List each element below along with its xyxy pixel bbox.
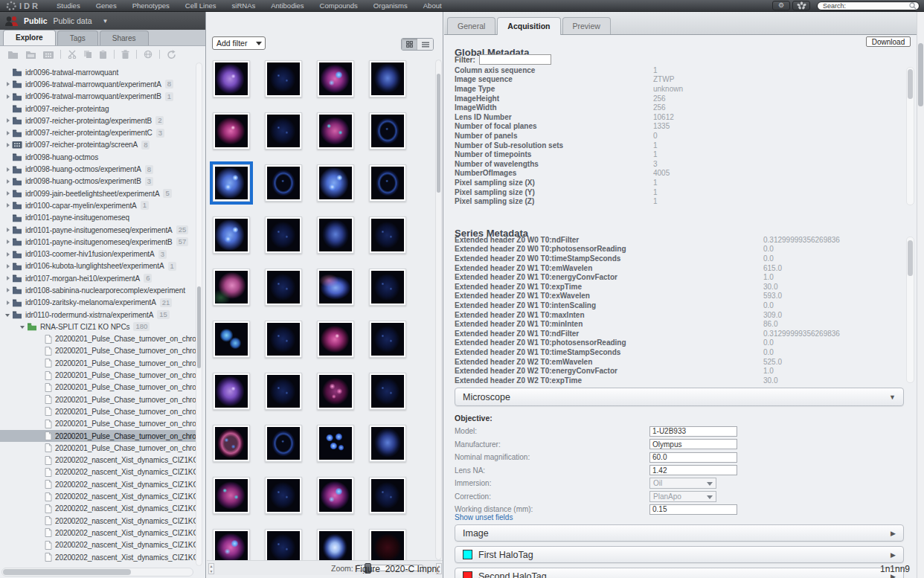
tree-item-image[interactable]: 20200201_Pulse_Chase_turnover_on_chrom — [0, 405, 196, 417]
tree-item-project[interactable]: idr0100-capar-myelin/experimentA1 — [0, 199, 196, 211]
tree-item-image[interactable]: 20200201_Pulse_Chase_turnover_on_chrom — [0, 345, 196, 357]
tree-item-project[interactable]: idr0097-reicher-proteintag/experimentB2 — [0, 115, 196, 126]
scrollbar-thumb[interactable] — [437, 74, 440, 193]
expand-arrow-icon[interactable] — [4, 260, 12, 272]
thumbnail[interactable] — [213, 269, 250, 306]
expand-arrow-icon[interactable] — [4, 224, 12, 236]
delete-icon[interactable] — [121, 50, 129, 59]
thumbnail[interactable] — [265, 269, 302, 306]
field-input[interactable] — [649, 439, 737, 449]
tree-horizontal-scrollbar[interactable] — [1, 568, 193, 577]
tab-preview[interactable]: Preview — [562, 17, 611, 34]
scrollbar-thumb[interactable] — [908, 69, 913, 99]
thumbnail[interactable] — [317, 373, 354, 410]
nav-item-genes[interactable]: Genes — [96, 1, 117, 10]
tree-item-project[interactable]: idr0097-reicher-proteintag/experimentC3 — [0, 126, 196, 138]
thumbnail[interactable] — [265, 529, 302, 560]
thumbnail[interactable] — [265, 373, 302, 410]
expand-arrow-icon[interactable] — [4, 115, 12, 126]
refresh-icon[interactable] — [167, 50, 176, 60]
thumbnail[interactable] — [317, 216, 354, 254]
tree-item-project[interactable]: idr0096-tratwal-marrowquant — [0, 66, 196, 78]
tree-item-project[interactable]: idr0107-morgan-hei10/experimentA6 — [0, 272, 196, 284]
paste-icon[interactable] — [99, 50, 107, 59]
expand-arrow-icon[interactable] — [4, 176, 12, 187]
thumbnail[interactable] — [317, 425, 354, 462]
accordion-image[interactable]: Image▶ — [455, 524, 904, 542]
accordion-microscope[interactable]: Microscope ▼ — [455, 388, 904, 406]
scrollbar-thumb[interactable] — [197, 286, 201, 368]
new-dataset-icon[interactable] — [25, 50, 36, 59]
tree-item-project[interactable]: idr0101-payne-insitugenomeseq/experiment… — [0, 236, 196, 248]
thumbnails-scrollbar[interactable] — [435, 60, 442, 560]
tab-acquisition[interactable]: Acquisition — [497, 17, 560, 35]
nav-item-organisms[interactable]: Organisms — [373, 1, 408, 10]
thumbnail[interactable] — [317, 60, 354, 97]
thumbnail[interactable] — [213, 112, 250, 150]
nav-item-about[interactable]: About — [423, 1, 442, 10]
tree-item-project[interactable]: idr0101-payne-insitugenomeseq/experiment… — [0, 224, 196, 236]
tree-item-image[interactable]: 20200202_nascent_Xist_dynamics_CIZ1KO — [0, 527, 196, 539]
tree-item-project[interactable]: idr0103-coomer-hiv1fusion/experimentA3 — [0, 248, 196, 260]
thumbnail[interactable] — [265, 60, 302, 97]
nav-item-antibodies[interactable]: Antibodies — [271, 1, 304, 10]
thumbnail[interactable] — [213, 373, 250, 410]
thumbnail[interactable] — [369, 269, 406, 306]
copy-icon[interactable] — [83, 50, 92, 59]
tree-item-image[interactable]: 20200202_nascent_Xist_dynamics_CIZ1KO — [0, 490, 196, 502]
new-screen-icon[interactable] — [43, 51, 54, 59]
tree-item-image[interactable]: 20200202_nascent_Xist_dynamics_CIZ1KO — [0, 455, 196, 466]
user-dropdown-caret-icon[interactable]: ▼ — [102, 18, 108, 25]
tree-item-image[interactable]: 20200201_Pulse_Chase_turnover_on_chrom — [0, 430, 196, 442]
thumbnail[interactable] — [213, 425, 250, 462]
grid-view-button[interactable] — [402, 39, 417, 50]
expand-arrow-icon[interactable] — [4, 78, 12, 90]
thumbnail-selected[interactable] — [213, 164, 250, 202]
tree-item-image[interactable]: 20200201_Pulse_Chase_turnover_on_chrom — [0, 357, 196, 369]
field-input[interactable] — [649, 465, 737, 475]
thumbnail[interactable] — [317, 529, 354, 560]
thumbnail[interactable] — [213, 60, 250, 97]
thumbnail[interactable] — [317, 269, 354, 306]
collapse-arrow-icon[interactable] — [19, 321, 27, 333]
field-input[interactable] — [649, 504, 737, 515]
thumbnail[interactable] — [369, 216, 406, 254]
field-input[interactable] — [649, 452, 737, 463]
tree-item-image[interactable]: 20200202_nascent_Xist_dynamics_CIZ1KO — [0, 466, 196, 478]
search-input[interactable] — [817, 1, 920, 10]
tree-item-project[interactable]: idr0101-payne-insitugenomeseq — [0, 212, 196, 224]
idr-logo[interactable]: IDR — [6, 1, 40, 10]
thumbnail[interactable] — [369, 529, 406, 560]
thumbnail[interactable] — [213, 477, 250, 514]
tab-general[interactable]: General — [447, 17, 495, 34]
tree-vertical-scrollbar[interactable] — [196, 62, 202, 566]
tree-item-image[interactable]: 20200201_Pulse_Chase_turnover_on_chrom — [0, 442, 196, 454]
show-unset-fields-link[interactable]: Show unset fields — [455, 513, 513, 521]
thumbnail[interactable] — [317, 112, 354, 150]
tree-item-project[interactable]: idr0106-kubota-lunglightsheet/experiment… — [0, 260, 196, 272]
link-icon[interactable] — [144, 50, 153, 59]
add-filter-select[interactable]: Add filter — [212, 36, 266, 50]
expand-arrow-icon[interactable] — [4, 127, 12, 139]
nav-item-cell-lines[interactable]: Cell Lines — [185, 1, 216, 10]
tree-item-project[interactable]: idr0110-rodermund-xistrna/experimentA15 — [0, 309, 196, 321]
tree-item-dataset[interactable]: RNA-SPLIT CIZ1 KO NPCs180 — [0, 321, 196, 333]
thumbnail[interactable] — [265, 321, 302, 358]
thumbnail[interactable] — [265, 425, 302, 462]
scrollbar-thumb[interactable] — [3, 569, 131, 575]
field-select[interactable]: PlanApo — [649, 491, 716, 502]
thumbnail[interactable] — [213, 321, 250, 358]
thumbnail[interactable] — [369, 164, 406, 202]
expand-arrow-icon[interactable] — [4, 187, 12, 199]
expand-arrow-icon[interactable] — [4, 164, 12, 176]
tree-item-project[interactable]: idr0096-tratwal-marrowquant/experimentA8 — [0, 78, 196, 90]
series-scrollbar[interactable] — [906, 237, 914, 383]
tree-item-image[interactable]: 20200202_nascent_Xist_dynamics_CIZ1KO — [0, 478, 196, 490]
nav-item-compounds[interactable]: Compounds — [320, 1, 358, 10]
thumbnail[interactable] — [265, 216, 302, 254]
download-button[interactable]: Download — [866, 36, 911, 47]
accordion-first-halotag[interactable]: First HaloTag▶ — [455, 546, 904, 563]
cut-icon[interactable] — [68, 50, 77, 59]
field-input[interactable] — [649, 426, 737, 437]
tree-item-project[interactable]: idr0098-huang-octmos — [0, 151, 196, 163]
